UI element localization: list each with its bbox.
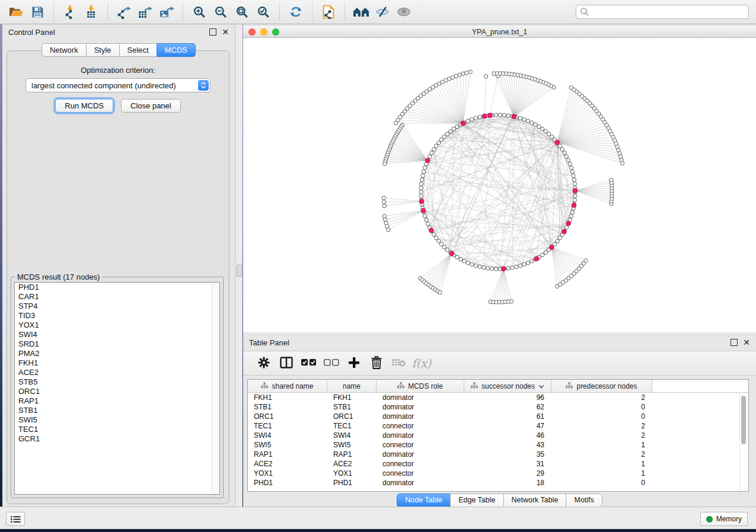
- network-canvas[interactable]: [243, 38, 756, 332]
- table-row[interactable]: SWI5SWI5connector431: [248, 440, 748, 450]
- list-item[interactable]: RAP1: [15, 396, 219, 406]
- list-item[interactable]: STP4: [15, 302, 219, 311]
- split-panel-button[interactable]: [276, 354, 296, 373]
- tab-motifs[interactable]: Motifs: [566, 493, 602, 507]
- list-item[interactable]: TEC1: [15, 425, 219, 434]
- eye-button[interactable]: [393, 3, 414, 21]
- list-item[interactable]: PHD1: [15, 283, 219, 292]
- table-row[interactable]: ACE2ACE2connector311: [248, 459, 748, 469]
- run-mcds-button[interactable]: Run MCDS: [55, 99, 113, 113]
- column-header-successor-nodes[interactable]: successor nodes: [464, 380, 551, 392]
- export-table-button[interactable]: [135, 3, 156, 21]
- cell-shared_name: YOX1: [248, 469, 327, 477]
- check-off-icon: [324, 359, 339, 368]
- import-network-button[interactable]: [59, 3, 81, 21]
- list-item[interactable]: TID3: [15, 311, 219, 321]
- result-list-scrollbar[interactable]: [212, 283, 219, 493]
- fx-button[interactable]: f(x): [412, 354, 432, 373]
- list-item[interactable]: SRD1: [15, 339, 219, 349]
- zoom-fit-button[interactable]: [231, 3, 253, 21]
- import-table-button[interactable]: [81, 3, 102, 21]
- zoom-in-button[interactable]: [189, 3, 210, 21]
- table-delete-button[interactable]: [389, 354, 409, 373]
- eye-slash-button[interactable]: [372, 3, 393, 21]
- close-table-panel-icon[interactable]: ✕: [743, 339, 750, 345]
- tab-edge-table[interactable]: Edge Table: [450, 493, 503, 507]
- splitter-handle-icon[interactable]: [237, 265, 242, 277]
- column-header-MCDS-role[interactable]: MCDS role: [377, 380, 464, 392]
- tab-style[interactable]: Style: [86, 43, 120, 57]
- network-graph[interactable]: [243, 38, 756, 332]
- search-input[interactable]: [576, 5, 749, 19]
- list-item[interactable]: GCR1: [15, 434, 219, 444]
- table-scrollbar-thumb[interactable]: [741, 396, 746, 444]
- toolbar-group: [280, 3, 312, 21]
- export-table-icon: [138, 5, 153, 19]
- cell-successor_nodes: 96: [464, 393, 551, 402]
- table-row[interactable]: FKH1FKH1dominator962: [248, 393, 748, 402]
- list-item[interactable]: ORC1: [15, 387, 219, 396]
- check-off-button[interactable]: [321, 354, 342, 373]
- toolbar-group: [54, 3, 108, 21]
- refresh-button[interactable]: [285, 3, 307, 21]
- table-row[interactable]: STB1STB1dominator620: [248, 402, 748, 412]
- float-table-panel-icon[interactable]: [731, 339, 738, 346]
- memory-button[interactable]: Memory: [700, 512, 748, 526]
- list-item[interactable]: SWI4: [15, 330, 219, 339]
- zoom-selected-button[interactable]: [253, 3, 274, 21]
- houses-button[interactable]: [350, 3, 372, 21]
- plus-button[interactable]: [344, 354, 364, 373]
- cell-name: FKH1: [327, 393, 377, 402]
- column-header-predecessor-nodes[interactable]: predecessor nodes: [551, 380, 652, 392]
- list-item[interactable]: FKH1: [15, 358, 219, 368]
- cell-mcds_role: connector: [377, 460, 464, 468]
- panel-splitter[interactable]: [235, 24, 243, 507]
- tab-node-table[interactable]: Node Table: [397, 493, 451, 507]
- save-button[interactable]: [27, 3, 48, 21]
- table-toolbar: f(x): [243, 351, 756, 376]
- share-document-button[interactable]: [318, 3, 339, 21]
- tab-network-table[interactable]: Network Table: [503, 493, 567, 507]
- mcds-tab-pane: Optimization criterion: largest connecte…: [7, 50, 229, 504]
- list-item[interactable]: YOX1: [15, 321, 219, 330]
- cell-predecessor_nodes: 1: [551, 460, 652, 468]
- trash-button[interactable]: [366, 354, 387, 373]
- optimization-criterion-select[interactable]: largest connected component (undirected): [25, 78, 210, 92]
- table-row[interactable]: TEC1TEC1connector472: [248, 421, 748, 431]
- task-history-button[interactable]: [6, 512, 25, 526]
- table-scrollbar[interactable]: [739, 393, 748, 491]
- folder-open-button[interactable]: [5, 3, 27, 21]
- tab-mcds[interactable]: MCDS: [157, 43, 196, 57]
- table-row[interactable]: RAP1RAP1dominator352: [248, 450, 748, 459]
- zoom-out-button[interactable]: [210, 3, 231, 21]
- table-row[interactable]: YOX1YOX1connector291: [248, 469, 748, 478]
- gear-button[interactable]: [254, 354, 274, 373]
- list-item[interactable]: ACE2: [15, 368, 219, 377]
- close-panel-icon[interactable]: ✕: [222, 29, 229, 35]
- cell-predecessor_nodes: 2: [551, 431, 652, 440]
- tab-select[interactable]: Select: [119, 43, 157, 57]
- list-item[interactable]: STB1: [15, 406, 219, 415]
- table-row[interactable]: SWI4SWI4dominator462: [248, 431, 748, 440]
- cell-name: SWI4: [327, 431, 377, 440]
- list-item[interactable]: PMA2: [15, 349, 219, 358]
- export-image-button[interactable]: [156, 3, 177, 21]
- check-on-button[interactable]: [299, 354, 319, 373]
- save-icon: [31, 6, 44, 18]
- tree-icon: [397, 382, 404, 390]
- list-item[interactable]: CAR1: [15, 292, 219, 302]
- cell-mcds_role: dominator: [377, 403, 464, 411]
- list-item[interactable]: STB5: [15, 377, 219, 387]
- close-panel-button[interactable]: Close panel: [121, 99, 181, 113]
- tab-network[interactable]: Network: [42, 43, 87, 57]
- column-header-shared-name[interactable]: shared name: [248, 380, 327, 392]
- table-row[interactable]: ORC1ORC1dominator610: [248, 412, 748, 421]
- table-row[interactable]: PHD1PHD1dominator180: [248, 478, 748, 488]
- cell-shared_name: PHD1: [248, 479, 327, 487]
- column-header-name[interactable]: name: [327, 380, 377, 392]
- export-network-button[interactable]: [113, 3, 135, 21]
- toolbar-group: [0, 3, 54, 21]
- memory-label: Memory: [716, 515, 742, 523]
- list-item[interactable]: SWI5: [15, 415, 219, 425]
- float-panel-icon[interactable]: [209, 28, 216, 36]
